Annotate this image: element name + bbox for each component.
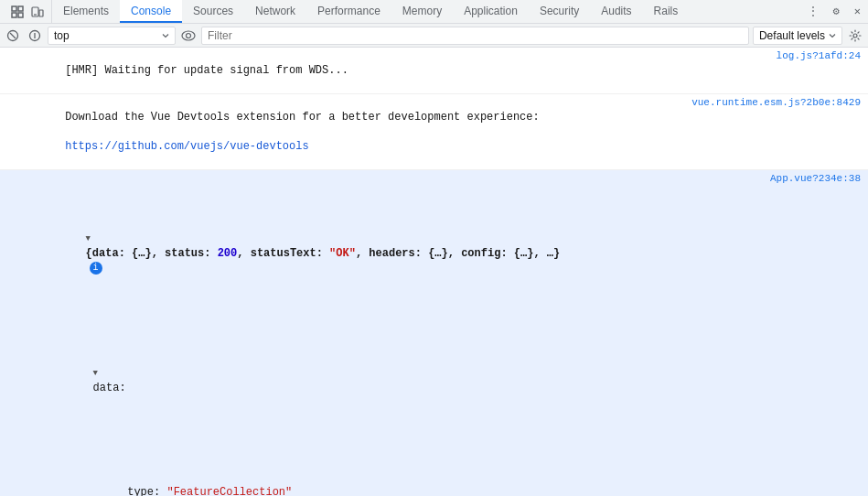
filter-input[interactable] xyxy=(201,27,749,45)
tab-memory[interactable]: Memory xyxy=(391,0,453,23)
tree-data-key: data: xyxy=(26,350,766,411)
svg-point-11 xyxy=(182,31,195,40)
chevron-down-icon xyxy=(162,32,169,39)
tab-network[interactable]: Network xyxy=(244,0,306,23)
vue-devtools-link[interactable]: https://github.com/vuejs/vue-devtools xyxy=(65,140,308,153)
tab-rails[interactable]: Rails xyxy=(643,0,690,23)
console-settings-icon[interactable] xyxy=(846,27,864,45)
row-icon-hmr xyxy=(0,49,22,50)
device-icon[interactable] xyxy=(29,4,46,20)
inspect-icon[interactable] xyxy=(9,4,26,20)
console-row-hmr: [HMR] Waiting for update signal from WDS… xyxy=(0,48,868,94)
svg-line-8 xyxy=(10,33,16,38)
tab-sources[interactable]: Sources xyxy=(182,0,244,23)
devtools-tab-bar: Elements Console Sources Network Perform… xyxy=(0,0,868,24)
row-source-vue[interactable]: vue.runtime.esm.js?2b0e:8429 xyxy=(691,95,868,108)
tab-console[interactable]: Console xyxy=(120,0,182,23)
levels-chevron-icon xyxy=(829,32,836,39)
tab-performance[interactable]: Performance xyxy=(306,0,391,23)
console-toolbar: top Default levels xyxy=(0,24,868,48)
row-content-vue: Download the Vue Devtools extension for … xyxy=(22,95,691,168)
row-source-hmr[interactable]: log.js?1afd:24 xyxy=(777,49,868,61)
tab-security[interactable]: Security xyxy=(529,0,590,23)
tab-application[interactable]: Application xyxy=(453,0,529,23)
row-source-data[interactable]: App.vue?234e:38 xyxy=(770,171,868,184)
context-selector[interactable]: top xyxy=(48,27,176,45)
clear-console-button[interactable] xyxy=(4,27,22,45)
expand-root[interactable] xyxy=(86,231,95,246)
live-expression-button[interactable] xyxy=(179,27,198,45)
row-content-data: {data: {…}, status: 200, statusText: "OK… xyxy=(22,171,770,496)
tab-elements[interactable]: Elements xyxy=(52,0,120,23)
context-value: top xyxy=(54,29,158,42)
close-devtools-icon[interactable]: ✕ xyxy=(847,0,868,23)
levels-label: Default levels xyxy=(759,29,825,42)
tree-root: {data: {…}, status: 200, statusText: "OK… xyxy=(26,215,766,291)
svg-point-12 xyxy=(187,33,191,38)
levels-selector[interactable]: Default levels xyxy=(753,27,842,45)
svg-rect-2 xyxy=(12,13,16,17)
devtools-icon-group xyxy=(4,0,52,23)
console-output: [HMR] Waiting for update signal from WDS… xyxy=(0,48,868,496)
more-tabs-button[interactable]: ⋮ xyxy=(800,0,826,23)
svg-rect-1 xyxy=(18,6,23,11)
console-row-data: {data: {…}, status: 200, statusText: "OK… xyxy=(0,170,868,496)
tree-type: type: "FeatureCollection" xyxy=(26,469,766,496)
expand-data[interactable] xyxy=(93,365,102,381)
settings-gear-icon[interactable]: ⚙ xyxy=(826,0,847,23)
row-icon-data xyxy=(0,171,22,173)
row-content-hmr: [HMR] Waiting for update signal from WDS… xyxy=(22,49,777,92)
row-icon-vue xyxy=(0,95,22,97)
console-row-vue: Download the Vue Devtools extension for … xyxy=(0,94,868,170)
preserve-log-button[interactable] xyxy=(26,27,44,45)
info-icon[interactable]: i xyxy=(90,262,102,275)
svg-rect-3 xyxy=(18,13,23,17)
svg-rect-5 xyxy=(39,10,43,16)
tab-audits[interactable]: Audits xyxy=(590,0,642,23)
svg-point-13 xyxy=(853,34,857,38)
svg-rect-0 xyxy=(12,6,16,11)
